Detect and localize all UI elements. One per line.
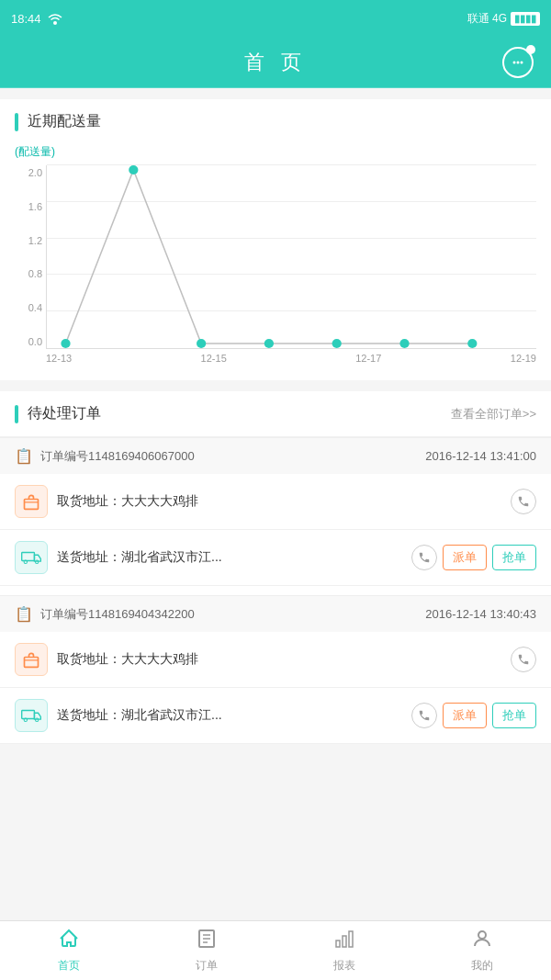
orders-section: 待处理订单 查看全部订单>> 📋 订单编号1148169406067000 20…: [0, 391, 551, 744]
order-doc-icon: 📋: [15, 605, 33, 623]
chart-dot: [264, 339, 274, 348]
profile-svg: [471, 928, 493, 950]
nav-label-orders: 订单: [196, 958, 218, 974]
pickup-address: 取货地址：大大大大鸡排: [57, 493, 501, 510]
phone-svg: [517, 495, 530, 508]
order-id-row: 📋 订单编号1148169404342200 2016-12-14 13:40:…: [0, 596, 551, 632]
chart-dot: [467, 339, 477, 348]
x-label: 12-13: [46, 353, 72, 364]
nav-item-orders[interactable]: 订单: [138, 921, 276, 980]
svg-point-12: [24, 718, 27, 721]
chart-dot: [129, 165, 138, 175]
order-pickup-row: 取货地址：大大大大鸡排: [0, 632, 551, 688]
svg-point-7: [24, 560, 27, 563]
svg-rect-18: [336, 941, 340, 947]
box-icon: [22, 650, 40, 669]
x-label: 12-19: [511, 353, 536, 364]
qiang-dan-button[interactable]: 抢单: [492, 703, 536, 728]
chart-dot: [61, 339, 70, 348]
status-right: 联通 4G ▮▮▮▮: [467, 11, 540, 27]
order-time: 2016-12-14 13:41:00: [425, 449, 536, 463]
phone-svg: [418, 709, 431, 722]
bottom-nav: 首页 订单 报表 我的: [0, 920, 551, 980]
svg-rect-11: [22, 711, 35, 719]
phone-svg: [517, 653, 530, 666]
phone-icon[interactable]: [511, 647, 536, 672]
delivery-icon: [15, 699, 48, 732]
nav-label-home: 首页: [58, 958, 80, 974]
status-bar: 18:44 联通 4G ▮▮▮▮: [0, 0, 551, 37]
orders-section-title: 待处理订单: [28, 404, 101, 423]
page-title: 首 页: [244, 49, 307, 76]
pickup-icon: [15, 643, 48, 676]
nav-label-profile: 我的: [471, 958, 493, 974]
svg-rect-4: [25, 500, 39, 510]
x-label: 12-15: [201, 353, 227, 364]
chart-svg: [47, 165, 536, 348]
chart-area: (配送量) 0.0 0.4 0.8 1.2 1.6 2.0: [15, 144, 536, 367]
chat-dots-icon: [511, 56, 525, 69]
orders-header-left: 待处理订单: [15, 404, 101, 423]
qiang-dan-button[interactable]: 抢单: [492, 545, 536, 570]
order-card: 📋 订单编号1148169404342200 2016-12-14 13:40:…: [0, 595, 551, 744]
nav-item-profile[interactable]: 我的: [413, 921, 551, 980]
order-doc-icon: 📋: [15, 447, 33, 465]
home-svg: [58, 928, 80, 950]
chart-dot: [399, 339, 409, 348]
chart-container: 0.0 0.4 0.8 1.2 1.6 2.0: [15, 165, 536, 349]
reports-icon: [333, 928, 355, 955]
chart-dot: [197, 339, 206, 348]
reports-svg: [333, 928, 355, 950]
order-delivery-row: 送货地址：湖北省武汉市江... 派单 抢单: [0, 530, 551, 586]
phone-svg: [418, 551, 431, 564]
pickup-address: 取货地址：大大大大鸡排: [57, 651, 501, 668]
chat-button[interactable]: [500, 44, 536, 81]
truck-icon: [21, 550, 41, 565]
svg-point-1: [513, 61, 516, 63]
chart-section-header: 近期配送量: [15, 112, 536, 131]
order-id-text: 订单编号1148169406067000: [40, 448, 418, 465]
app-header: 首 页: [0, 37, 551, 88]
svg-point-3: [521, 61, 523, 63]
home-icon: [58, 928, 80, 955]
pai-dan-button[interactable]: 派单: [443, 545, 487, 570]
orders-icon: [196, 928, 218, 955]
box-icon: [22, 492, 40, 511]
chart-y-axis: 0.0 0.4 0.8 1.2 1.6 2.0: [15, 165, 46, 349]
carrier-label: 联通 4G: [467, 11, 507, 27]
svg-point-21: [478, 931, 486, 939]
order-card: 📋 订单编号1148169406067000 2016-12-14 13:41:…: [0, 437, 551, 586]
pickup-icon: [15, 485, 48, 518]
phone-icon[interactable]: [511, 489, 536, 514]
chart-dot: [332, 339, 342, 348]
chart-section-title: 近期配送量: [28, 112, 101, 131]
order-actions: 派单 抢单: [411, 545, 536, 570]
view-all-link[interactable]: 查看全部订单>>: [451, 406, 536, 422]
chart-line: [66, 170, 473, 344]
section-bar-indicator: [15, 113, 18, 131]
nav-item-home[interactable]: 首页: [0, 921, 138, 980]
orders-svg: [196, 928, 218, 950]
profile-icon: [471, 928, 493, 955]
chat-bubble-icon: [502, 47, 534, 78]
phone-icon[interactable]: [411, 545, 437, 570]
order-id-text: 订单编号1148169404342200: [40, 606, 418, 623]
pai-dan-button[interactable]: 派单: [443, 703, 487, 728]
status-left: 18:44: [11, 12, 63, 26]
svg-point-0: [53, 21, 57, 25]
order-pickup-row: 取货地址：大大大大鸡排: [0, 474, 551, 530]
nav-item-reports[interactable]: 报表: [276, 921, 413, 980]
phone-icon[interactable]: [411, 703, 437, 728]
battery-icon: ▮▮▮▮: [511, 12, 540, 26]
main-content: 近期配送量 (配送量) 0.0 0.4 0.8 1.2 1.6 2.0: [0, 99, 551, 817]
status-time: 18:44: [11, 12, 41, 26]
svg-rect-20: [349, 931, 353, 947]
delivery-address: 送货地址：湖北省武汉市江...: [57, 707, 402, 724]
chart-plot: [46, 165, 536, 349]
wifi-icon: [47, 12, 63, 25]
delivery-icon: [15, 541, 48, 574]
order-id-row: 📋 订单编号1148169406067000 2016-12-14 13:41:…: [0, 438, 551, 474]
svg-point-2: [517, 61, 520, 63]
svg-rect-6: [22, 553, 35, 561]
order-actions: 派单 抢单: [411, 703, 536, 728]
